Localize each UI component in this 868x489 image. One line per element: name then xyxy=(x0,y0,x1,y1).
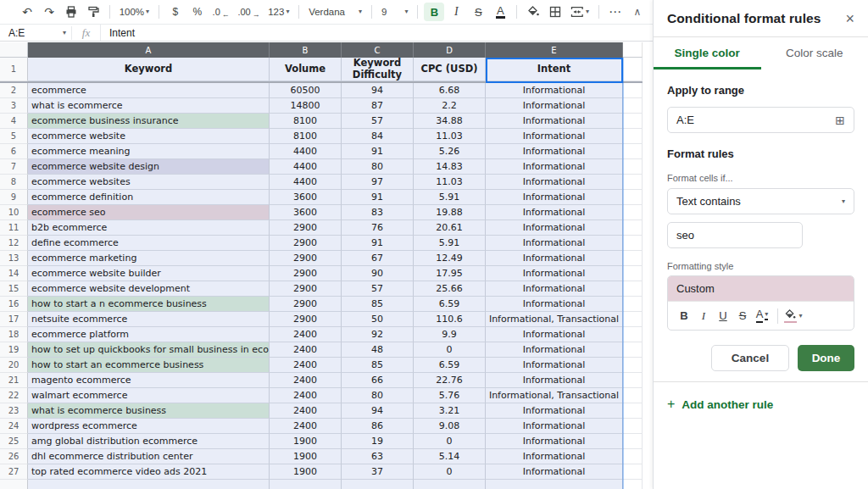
cell-E3[interactable]: Informational xyxy=(486,98,623,114)
row-header-20[interactable]: 20 xyxy=(0,358,28,373)
cell-D16[interactable]: 6.59 xyxy=(414,297,486,312)
cell-E19[interactable]: Informational xyxy=(486,342,623,358)
header-cell-keyword-difficulty[interactable]: Keyword Difficulty xyxy=(342,58,414,81)
cell-D23[interactable]: 3.21 xyxy=(414,403,486,419)
cell-E12[interactable]: Informational xyxy=(486,236,623,251)
style-strikethrough-button[interactable]: S xyxy=(733,306,752,326)
cell-A28[interactable] xyxy=(28,480,270,489)
cell-A19[interactable]: how to set up quickbooks for small busin… xyxy=(28,342,270,358)
cell-D22[interactable]: 5.76 xyxy=(414,388,486,403)
cell-F13[interactable] xyxy=(623,251,643,266)
borders-button[interactable] xyxy=(545,3,565,21)
cell-B17[interactable]: 2900 xyxy=(270,312,342,327)
cell-F10[interactable] xyxy=(623,205,643,220)
cell-D17[interactable]: 110.6 xyxy=(414,312,486,327)
cell-E25[interactable]: Informational xyxy=(486,434,623,449)
cell-F16[interactable] xyxy=(623,297,643,312)
row-header-28[interactable] xyxy=(0,480,28,489)
cell-A23[interactable]: what is ecommerce business xyxy=(28,403,270,419)
decrease-decimal-button[interactable]: .0← xyxy=(209,3,233,21)
cell-E20[interactable]: Informational xyxy=(486,358,623,373)
cell-C3[interactable]: 87 xyxy=(342,98,414,114)
cell-F9[interactable] xyxy=(623,190,643,205)
cell-E13[interactable]: Informational xyxy=(486,251,623,266)
paint-format-button[interactable] xyxy=(83,3,103,21)
row-header-1[interactable]: 1 xyxy=(0,58,28,81)
name-box[interactable]: A:E ▾ xyxy=(0,25,71,41)
cell-C28[interactable] xyxy=(342,480,414,489)
cell-A24[interactable]: wordpress ecommerce xyxy=(28,419,270,434)
cell-C15[interactable]: 57 xyxy=(342,281,414,297)
cell-D25[interactable]: 0 xyxy=(414,434,486,449)
cell-A13[interactable]: ecommerce marketing xyxy=(28,251,270,266)
cell-B19[interactable]: 2400 xyxy=(270,342,342,358)
cell-A26[interactable]: dhl ecommerce distribution center xyxy=(28,449,270,464)
cell-C12[interactable]: 91 xyxy=(342,236,414,251)
cell-B4[interactable]: 8100 xyxy=(270,114,342,129)
header-cell-keyword[interactable]: Keyword xyxy=(28,58,270,81)
cell-A25[interactable]: amg global distribution ecommerce xyxy=(28,434,270,449)
style-underline-button[interactable]: U xyxy=(714,306,732,326)
cell-A5[interactable]: ecommerce website xyxy=(28,129,270,144)
cell-C18[interactable]: 92 xyxy=(342,327,414,342)
font-size-select[interactable]: 9▾ xyxy=(378,3,411,21)
cell-B28[interactable] xyxy=(270,480,342,489)
cell-B21[interactable]: 2400 xyxy=(270,373,342,388)
cell-E11[interactable]: Informational xyxy=(486,220,623,236)
select-range-icon[interactable]: ⊞ xyxy=(835,114,845,127)
cell-A15[interactable]: ecommerce website development xyxy=(28,281,270,297)
cell-D27[interactable]: 0 xyxy=(414,464,486,480)
cell-F20[interactable] xyxy=(623,358,643,373)
cell-C16[interactable]: 85 xyxy=(342,297,414,312)
cell-E6[interactable]: Informational xyxy=(486,144,623,159)
row-header-23[interactable]: 23 xyxy=(0,403,28,419)
cell-B6[interactable]: 4400 xyxy=(270,144,342,159)
cell-F3[interactable] xyxy=(623,98,643,114)
hide-menus-button[interactable]: ∧ xyxy=(627,3,648,21)
header-cell-volume[interactable]: Volume xyxy=(270,58,342,81)
cell-A16[interactable]: how to start a n ecommerce business xyxy=(28,297,270,312)
cell-D8[interactable]: 11.03 xyxy=(414,175,486,190)
cell-F27[interactable] xyxy=(623,464,643,480)
fill-color-button[interactable] xyxy=(523,3,543,21)
cell-B14[interactable]: 2900 xyxy=(270,266,342,281)
cell-C8[interactable]: 97 xyxy=(342,175,414,190)
cell-A21[interactable]: magento ecommerce xyxy=(28,373,270,388)
cell-D21[interactable]: 22.76 xyxy=(414,373,486,388)
cell-B9[interactable]: 3600 xyxy=(270,190,342,205)
more-toolbar-button[interactable]: ⋯ xyxy=(605,3,626,21)
cell-F24[interactable] xyxy=(623,419,643,434)
cell-F11[interactable] xyxy=(623,220,643,236)
cell-E8[interactable]: Informational xyxy=(486,175,623,190)
cell-F6[interactable] xyxy=(623,144,643,159)
row-header-11[interactable]: 11 xyxy=(0,220,28,236)
cell-F23[interactable] xyxy=(623,403,643,419)
condition-select[interactable]: Text contains ▾ xyxy=(667,188,854,214)
style-text-color-button[interactable]: A▾ xyxy=(753,306,771,326)
cell-D9[interactable]: 5.91 xyxy=(414,190,486,205)
column-header-E[interactable]: E xyxy=(486,42,623,58)
column-header-B[interactable]: B xyxy=(270,42,342,58)
add-another-rule-button[interactable]: + Add another rule xyxy=(667,397,854,412)
cell-A4[interactable]: ecommerce business insurance xyxy=(28,114,270,129)
cell-E2[interactable]: Informational xyxy=(486,83,623,98)
row-header-17[interactable]: 17 xyxy=(0,312,28,327)
row-header-12[interactable]: 12 xyxy=(0,236,28,251)
cell-D6[interactable]: 5.26 xyxy=(414,144,486,159)
cell-E4[interactable]: Informational xyxy=(486,114,623,129)
cell-F15[interactable] xyxy=(623,281,643,297)
cell-E14[interactable]: Informational xyxy=(486,266,623,281)
strikethrough-button[interactable]: S xyxy=(468,3,488,21)
cell-F21[interactable] xyxy=(623,373,643,388)
cell-E22[interactable]: Informational, Transactional xyxy=(486,388,623,403)
cell-A14[interactable]: ecommerce website builder xyxy=(28,266,270,281)
cell-F1[interactable] xyxy=(623,58,643,81)
cell-D7[interactable]: 14.83 xyxy=(414,159,486,175)
cell-D24[interactable]: 9.08 xyxy=(414,419,486,434)
cell-C26[interactable]: 63 xyxy=(342,449,414,464)
tab-color-scale[interactable]: Color scale xyxy=(761,37,868,69)
row-header-13[interactable]: 13 xyxy=(0,251,28,266)
cell-D20[interactable]: 6.59 xyxy=(414,358,486,373)
cell-B12[interactable]: 2900 xyxy=(270,236,342,251)
cancel-button[interactable]: Cancel xyxy=(711,345,789,371)
